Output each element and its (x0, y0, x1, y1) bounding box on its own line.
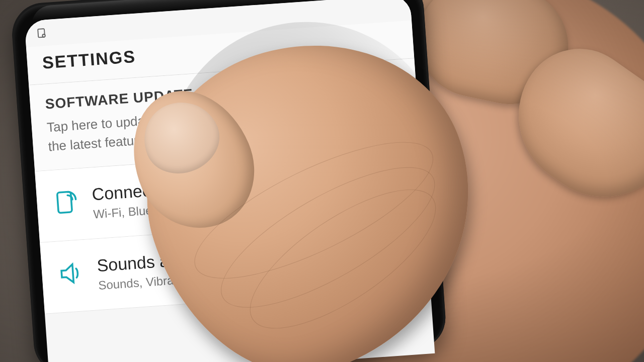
svg-point-1 (42, 34, 45, 37)
sounds-icon (56, 259, 86, 288)
connections-icon (51, 188, 80, 217)
photo-scene: SETTINGS SOFTWARE UPDATE Tap here to upd… (0, 0, 644, 362)
screenshot-status-icon (36, 27, 47, 39)
